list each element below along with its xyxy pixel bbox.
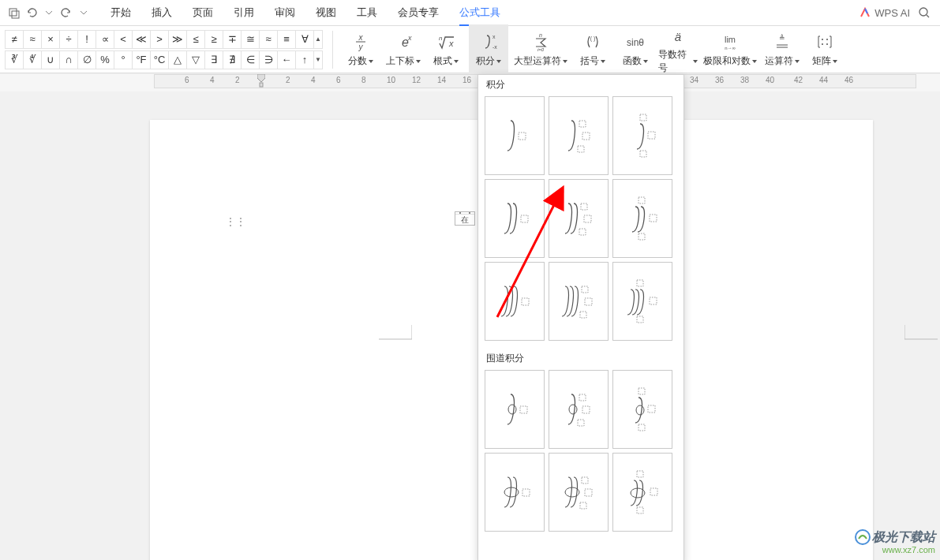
ruler-tick: 44 [819,76,828,84]
symbol-le[interactable]: ≤ [186,30,205,49]
symbol-approx2[interactable]: ≈ [259,30,278,49]
oint-def[interactable] [549,370,609,449]
svg-rect-62 [585,489,592,496]
svg-point-2 [919,8,927,16]
symbol-approx[interactable]: ≈ [23,30,42,49]
dropdown-caret-icon[interactable] [76,5,92,21]
symbol-ni[interactable]: ∋ [259,50,278,69]
symbol-times[interactable]: × [41,30,60,49]
tab-reference[interactable]: 引用 [234,6,254,20]
symbol-in[interactable]: ∈ [241,50,260,69]
tab-insert[interactable]: 插入 [152,6,172,20]
limit-label: 极限和对数 [703,54,751,68]
oiint-indef[interactable] [485,453,545,532]
radical-button[interactable]: nx 根式 [426,24,466,75]
svg-rect-27 [519,133,526,140]
dd-section-integral: 积分 [478,75,683,93]
accent-button[interactable]: ä 导数符号 [658,24,698,75]
tab-page[interactable]: 页面 [193,6,213,20]
watermark-logo-icon [855,529,871,545]
symbol-tridown[interactable]: ▽ [186,50,205,69]
iint-def[interactable] [549,179,609,258]
redo-icon[interactable] [58,5,74,21]
symbol-scroll-down[interactable]: ▼ [313,50,323,69]
symbol-prop[interactable]: ∝ [95,30,114,49]
iiint-def-stacked[interactable] [612,262,672,341]
integral-button[interactable]: x-x 积分 [469,24,508,75]
symbol-cbrt[interactable]: ∛ [5,50,24,69]
function-button[interactable]: sinθ 函数 [616,24,655,75]
iint-def-stacked[interactable] [612,179,672,258]
iint-indef[interactable] [485,179,545,258]
operator-button[interactable]: ≜ 运算符 [762,24,802,75]
oint-def-stacked[interactable] [612,370,672,449]
tab-tools[interactable]: 工具 [357,6,377,20]
indent-marker[interactable] [257,74,265,87]
symbol-union[interactable]: ∪ [41,50,60,69]
screenshot-icon[interactable] [6,5,22,21]
symbol-degc[interactable]: °C [150,50,169,69]
oint-indef[interactable] [485,370,545,449]
large-op-label: 大型运算符 [514,54,561,68]
svg-rect-38 [639,197,645,203]
document-area [0,91,940,560]
int-def-stacked[interactable] [612,96,672,175]
svg-text:-x: -x [492,44,497,50]
dropdown-caret-icon[interactable] [41,5,57,21]
symbol-excl[interactable]: ! [77,30,96,49]
symbol-forall[interactable]: ∀ [295,30,314,49]
large-op-button[interactable]: ni=0 大型运算符 [511,24,570,75]
matrix-button[interactable]: 矩阵 [805,24,845,75]
limit-button[interactable]: limn→∞ 极限和对数 [701,24,759,75]
tab-start[interactable]: 开始 [110,6,131,20]
ribbon-structures: xy 分数 ex 上下标 nx 根式 x-x 积分 ni=0 大型运算符 ( )… [338,24,848,75]
symbol-gt[interactable]: > [150,30,169,49]
symbol-scroll-up[interactable]: ▲ [313,30,323,49]
symbol-left[interactable]: ← [277,50,296,69]
wps-ai-button[interactable]: WPS AI [859,6,910,19]
symbol-percent[interactable]: % [95,50,114,69]
tab-review[interactable]: 审阅 [275,6,295,20]
scripts-button[interactable]: ex 上下标 [384,24,423,75]
tab-member[interactable]: 会员专享 [398,6,439,20]
symbol-ll[interactable]: ≪ [132,30,151,49]
symbol-cong[interactable]: ≅ [241,30,260,49]
symbol-lt[interactable]: < [114,30,133,49]
symbol-ne[interactable]: ≠ [5,30,24,49]
symbol-div[interactable]: ÷ [59,30,78,49]
ruler-tick: 38 [740,76,749,84]
quick-access [0,5,98,21]
symbol-nexists[interactable]: ∄ [223,50,242,69]
symbol-ge[interactable]: ≥ [204,30,223,49]
svg-rect-41 [522,298,529,305]
tab-formula-tools[interactable]: 公式工具 [459,6,500,26]
symbol-equiv[interactable]: ≡ [277,30,296,49]
symbol-gg[interactable]: ≫ [168,30,187,49]
symbol-up[interactable]: ↑ [295,50,314,69]
iiint-indef[interactable] [485,262,545,341]
tab-view[interactable]: 视图 [316,6,336,20]
search-icon[interactable] [918,6,931,19]
symbol-exists[interactable]: ∃ [204,50,223,69]
oiint-def[interactable] [549,453,609,532]
equation-placeholder[interactable]: 在 [455,211,475,226]
margin-corner-right [904,325,938,344]
symbol-degf[interactable]: °F [132,50,151,69]
symbol-empty[interactable]: ∅ [77,50,96,69]
undo-icon[interactable] [24,5,39,21]
symbol-inter[interactable]: ∩ [59,50,78,69]
svg-rect-43 [585,298,592,305]
int-def[interactable] [549,96,609,175]
operator-icon: ≜ [771,31,793,53]
symbol-mp[interactable]: ∓ [223,30,242,49]
oiint-def-stacked[interactable] [612,453,672,532]
int-indef[interactable] [485,96,545,175]
symbol-deg[interactable]: ° [114,50,133,69]
symbol-4rt[interactable]: ∜ [23,50,42,69]
svg-point-70 [856,530,870,544]
symbol-triup[interactable]: △ [168,50,187,69]
fraction-button[interactable]: xy 分数 [341,24,380,75]
drag-handle-icon[interactable]: ⋮⋮ [225,215,245,228]
bracket-button[interactable]: ( ) 括号 [573,24,612,75]
iiint-def[interactable] [549,262,609,341]
